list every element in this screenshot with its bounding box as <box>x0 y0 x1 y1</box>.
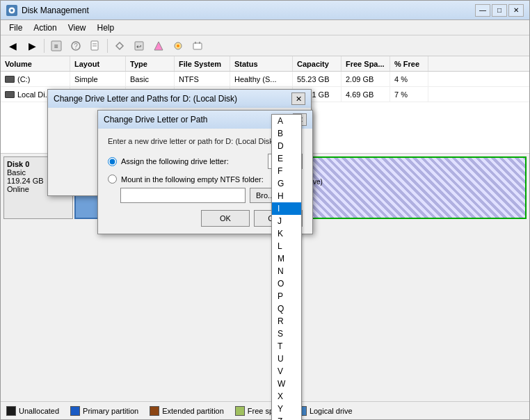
title-bar-left: Disk Management <box>6 5 89 16</box>
svg-text:?: ? <box>74 42 78 50</box>
cell-fs-c: NTFS <box>175 72 230 86</box>
disk-row-0: Disk 0 Basic 119.24 GB Online (C:) 55.23… <box>3 156 527 219</box>
disk-status: Online <box>7 185 70 193</box>
toolbar-btn-4[interactable] <box>111 38 129 54</box>
col-header-status: Status <box>230 56 293 71</box>
cell-cap-c: 55.23 GB <box>293 72 342 86</box>
legend-logical: Logical drive <box>297 406 353 416</box>
cell-cap-d: 64.01 GB <box>293 87 342 102</box>
cell-volume-d: Local Di... <box>1 87 70 102</box>
partition-d[interactable]: Local Disk (D:) 64.01 GB NTFS Healthy (P… <box>215 156 527 219</box>
col-header-capacity: Capacity <box>293 56 342 71</box>
legend-label-unallocated: Unallocated <box>19 407 59 415</box>
title-bar: Disk Management — □ ✕ <box>1 1 529 20</box>
legend-label-extended: Extended partition <box>162 407 224 415</box>
toolbar-btn-6[interactable] <box>150 38 168 54</box>
menu-view[interactable]: View <box>63 22 92 34</box>
legend-label-primary: Primary partition <box>83 407 138 415</box>
disk-size: 119.24 GB <box>7 177 70 185</box>
svg-text:≡: ≡ <box>54 42 58 50</box>
legend-box-primary <box>70 406 80 416</box>
toolbar-sep-1 <box>44 39 45 53</box>
table-area: Volume Layout Type File System Status Ca… <box>1 56 529 154</box>
toolbar-btn-3[interactable] <box>86 38 104 54</box>
toolbar-sep-2 <box>107 39 108 53</box>
svg-rect-14 <box>193 43 202 49</box>
legend-box-logical <box>297 406 307 416</box>
svg-point-13 <box>177 45 179 47</box>
legend-extended: Extended partition <box>150 406 224 416</box>
table-body: (C:) Simple Basic NTFS Healthy (S... 55.… <box>1 72 529 102</box>
legend-label-free: Free space <box>248 407 286 415</box>
menu-action[interactable]: Action <box>28 22 62 34</box>
cell-free-d: 4.69 GB <box>342 87 390 102</box>
cell-pct-d: 7 % <box>390 87 428 102</box>
toolbar-btn-8[interactable] <box>188 38 207 54</box>
disk-panel: Disk 0 Basic 119.24 GB Online (C:) 55.23… <box>1 154 529 401</box>
menu-bar: File Action View Help <box>1 20 529 35</box>
app-icon <box>6 5 17 16</box>
window-title: Disk Management <box>22 6 89 15</box>
menu-help[interactable]: Help <box>92 22 120 34</box>
maximize-button[interactable]: □ <box>492 4 507 17</box>
cell-fs-d <box>175 87 230 102</box>
disk-partitions-0: (C:) 55.23 GB NTFS Healthy (System, Boot… <box>74 156 527 219</box>
toolbar-btn-5[interactable]: ↩ <box>130 38 148 54</box>
table-row[interactable]: Local Di... 64.01 GB 4.69 GB 7 % <box>1 87 529 102</box>
partition-c[interactable]: (C:) 55.23 GB NTFS Healthy (System, Boot… <box>74 156 214 219</box>
cell-status-c: Healthy (S... <box>230 72 293 86</box>
toolbar-btn-7[interactable] <box>169 38 187 54</box>
toolbar: ◀ ▶ ≡ ? ↩ <box>1 35 529 56</box>
menu-file[interactable]: File <box>3 22 28 34</box>
toolbar-back[interactable]: ◀ <box>3 38 22 54</box>
col-header-free: Free Spa... <box>342 56 390 71</box>
svg-point-1 <box>10 9 13 12</box>
toolbar-btn-1[interactable]: ≡ <box>47 38 65 54</box>
cell-type-c: Basic <box>126 72 175 86</box>
col-header-volume: Volume <box>1 56 70 71</box>
main-window: Disk Management — □ ✕ File Action View H… <box>0 0 530 420</box>
legend-box-unallocated <box>6 406 16 416</box>
disk-info-0: Disk 0 Basic 119.24 GB Online <box>3 156 73 219</box>
close-button[interactable]: ✕ <box>508 4 524 17</box>
disk-type: Basic <box>7 168 70 177</box>
cell-layout-c: Simple <box>70 72 126 86</box>
cell-volume-c: (C:) <box>1 72 70 86</box>
col-header-fs: File System <box>175 56 230 71</box>
col-header-layout: Layout <box>70 56 126 71</box>
cell-layout-d <box>70 87 126 102</box>
legend-unallocated: Unallocated <box>6 406 59 416</box>
legend-free: Free space <box>235 406 286 416</box>
minimize-button[interactable]: — <box>475 4 490 17</box>
table-header: Volume Layout Type File System Status Ca… <box>1 56 529 72</box>
legend-box-extended <box>150 406 159 416</box>
disk-name: Disk 0 <box>7 160 70 168</box>
cell-pct-c: 4 % <box>390 72 428 86</box>
cell-free-c: 2.09 GB <box>342 72 390 86</box>
svg-text:↩: ↩ <box>136 43 142 50</box>
table-row[interactable]: (C:) Simple Basic NTFS Healthy (S... 55.… <box>1 72 529 87</box>
toolbar-btn-2[interactable]: ? <box>67 38 85 54</box>
legend-box-free <box>235 406 245 416</box>
title-controls: — □ ✕ <box>475 4 524 17</box>
cell-type-d <box>126 87 175 102</box>
legend: Unallocated Primary partition Extended p… <box>1 401 529 419</box>
col-header-pct: % Free <box>390 56 428 71</box>
toolbar-forward[interactable]: ▶ <box>23 38 41 54</box>
col-header-type: Type <box>126 56 175 71</box>
legend-label-logical: Logical drive <box>310 407 353 415</box>
svg-marker-11 <box>154 42 163 50</box>
legend-primary: Primary partition <box>70 406 138 416</box>
cell-status-d <box>230 87 293 102</box>
